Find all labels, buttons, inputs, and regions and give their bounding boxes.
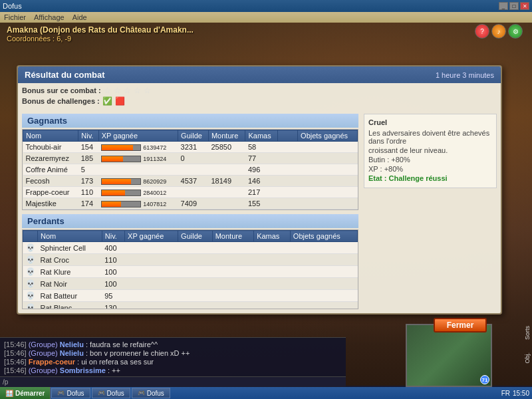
- location-name: Amakna (Donjon des Rats du Château d'Ama…: [7, 25, 525, 35]
- obj-label: Obj.: [524, 352, 531, 364]
- dofus-icon-3: 🎮: [138, 390, 145, 396]
- xp-value: 1911324: [143, 156, 166, 162]
- panel-right: Cruel Les adversaires doivent être achev…: [364, 114, 497, 309]
- info-lines: Les adversaires doivent être achevés dan…: [368, 129, 492, 182]
- chat-text: : ui on refera sa ses sur: [75, 358, 154, 366]
- losers-table-container[interactable]: Nom Niv. XP gagnée Guilde Monture Kamas …: [22, 229, 358, 309]
- col-monture-l: Monture: [212, 231, 253, 242]
- cell-xp: [125, 290, 178, 302]
- cell-guilde: [178, 302, 213, 310]
- winners-header: Gagnants: [22, 114, 358, 128]
- cell-xp: [125, 266, 178, 278]
- cell-guilde: [178, 254, 213, 266]
- icon-orange[interactable]: ♪: [491, 24, 506, 39]
- cell-name: Coffre Animé: [23, 164, 78, 176]
- col-icons-w: [278, 130, 298, 142]
- xp-bar-fill: [102, 201, 121, 207]
- window-title: Dofus: [3, 2, 499, 10]
- fermer-button[interactable]: Fermer: [434, 318, 487, 332]
- chat-prefix: /p: [3, 378, 8, 386]
- cell-xp: [125, 254, 178, 266]
- table-row: Fecosh 173 8620929 4537 18149 146: [23, 176, 358, 187]
- cell-guilde: 0: [178, 153, 209, 164]
- info-line: XP : +80%: [368, 165, 492, 173]
- xp-bar: [101, 201, 141, 207]
- panel-header: Résultat du combat 1 heure 3 minutes: [18, 66, 501, 83]
- cell-level: 173: [78, 176, 99, 187]
- menu-fichier[interactable]: Fichier: [4, 13, 26, 21]
- minimize-button[interactable]: _: [499, 2, 508, 10]
- taskbar: 🪟 Démarrer 🎮 Dofus 🎮 Dofus 🎮 Dofus FR 15…: [0, 387, 532, 399]
- col-nom2-l: Nom: [38, 231, 102, 242]
- panel-time: 1 heure 3 minutes: [436, 71, 494, 79]
- cell-icons: [278, 164, 298, 176]
- chat-line: [15:46] (Groupe) Nelielu : faudra se le …: [4, 340, 342, 348]
- cell-xp: 2840012: [98, 187, 178, 198]
- chat-speaker: Nelielu: [60, 340, 84, 348]
- chat-line: [15:46] Frappe-coeur : ui on refera sa s…: [4, 358, 342, 366]
- taskbar-item-1[interactable]: 🎮 Dofus: [51, 388, 90, 398]
- xp-value: 6139472: [143, 144, 166, 151]
- taskbar-item-2[interactable]: 🎮 Dofus: [92, 388, 130, 398]
- bonus-challenges-row: Bonus de challenges : ✅ 🟥: [22, 96, 497, 106]
- chat-group: (Groupe): [29, 340, 58, 348]
- col-guilde-w: Guilde: [178, 130, 209, 142]
- chat-time: [15:46]: [4, 358, 27, 366]
- cell-items: [298, 187, 358, 198]
- taskbar-system-tray: FR 15:50: [501, 390, 532, 397]
- cell-level: 110: [78, 187, 99, 198]
- table-row: Rezaremyrez 185 1911324 0 77: [23, 153, 358, 164]
- cell-guilde: [178, 164, 209, 176]
- cell-monture: [208, 187, 245, 198]
- cell-level: 154: [78, 142, 99, 153]
- cell-kamas: 58: [245, 142, 278, 153]
- table-row: Coffre Animé 5 496: [23, 164, 358, 176]
- menu-affichage[interactable]: Affichage: [34, 13, 65, 21]
- cell-guilde: 4537: [178, 176, 209, 187]
- cell-monture: [212, 266, 253, 278]
- cell-name: Rat Noir: [38, 278, 102, 290]
- bonus-combat-row: Bonus sur ce combat : ☆ ☆ ☆ ☆ ☆: [22, 86, 497, 95]
- info-line: Butin : +80%: [368, 156, 492, 164]
- table-row: 💀 Rat Blanc 130: [23, 302, 358, 310]
- cell-kamas: 155: [245, 198, 278, 209]
- cell-monture: [212, 302, 253, 310]
- col-nom-w: Nom: [23, 130, 78, 142]
- cell-name: Tchoubi-air: [23, 142, 78, 153]
- chat-speaker: Sombrissime: [60, 366, 106, 374]
- table-row: 💀 Rat Klure 100: [23, 266, 358, 278]
- dofus-icon-2: 🎮: [98, 390, 105, 396]
- cell-items: [290, 290, 357, 302]
- cell-xp: [125, 302, 178, 310]
- chat-time: [15:46]: [4, 366, 27, 374]
- cell-skull: 💀: [23, 278, 38, 290]
- bonus-challenges-label: Bonus de challenges :: [22, 97, 100, 105]
- xp-value: 2840012: [143, 190, 166, 196]
- chat-text: : faudra se le refaire^^: [84, 340, 158, 348]
- cell-guilde: [178, 278, 213, 290]
- close-button[interactable]: ✕: [520, 2, 529, 10]
- start-button[interactable]: 🪟 Démarrer: [0, 387, 51, 399]
- cell-level: 95: [102, 290, 124, 302]
- col-niv-l: Niv.: [102, 231, 124, 242]
- icon-red[interactable]: ?: [475, 24, 489, 39]
- top-icons: ? ♪ ⚙: [475, 24, 523, 39]
- winners-table-container[interactable]: Nom Niv. XP gagnée Guilde Monture Kamas …: [22, 129, 358, 210]
- cell-monture: [212, 290, 253, 302]
- icon-green[interactable]: ⚙: [508, 24, 523, 39]
- cell-items: [290, 302, 357, 310]
- cell-level: 130: [102, 302, 124, 310]
- maximize-button[interactable]: □: [509, 2, 519, 10]
- title-bar: Dofus _ □ ✕: [0, 0, 532, 12]
- cell-items: [298, 142, 358, 153]
- table-row: Frappe-coeur 110 2840012 217: [23, 187, 358, 198]
- cell-name: Rat Klure: [38, 266, 102, 278]
- xp-value: 8620929: [143, 178, 166, 185]
- cell-kamas: 496: [245, 164, 278, 176]
- taskbar-item-3[interactable]: 🎮 Dofus: [132, 388, 170, 398]
- cell-name: Rat Batteur: [38, 290, 102, 302]
- cell-monture: [212, 254, 253, 266]
- challenge-x-icon: 🟥: [115, 96, 125, 106]
- menu-bar: Fichier Affichage Aide: [0, 12, 532, 23]
- menu-aide[interactable]: Aide: [72, 13, 87, 21]
